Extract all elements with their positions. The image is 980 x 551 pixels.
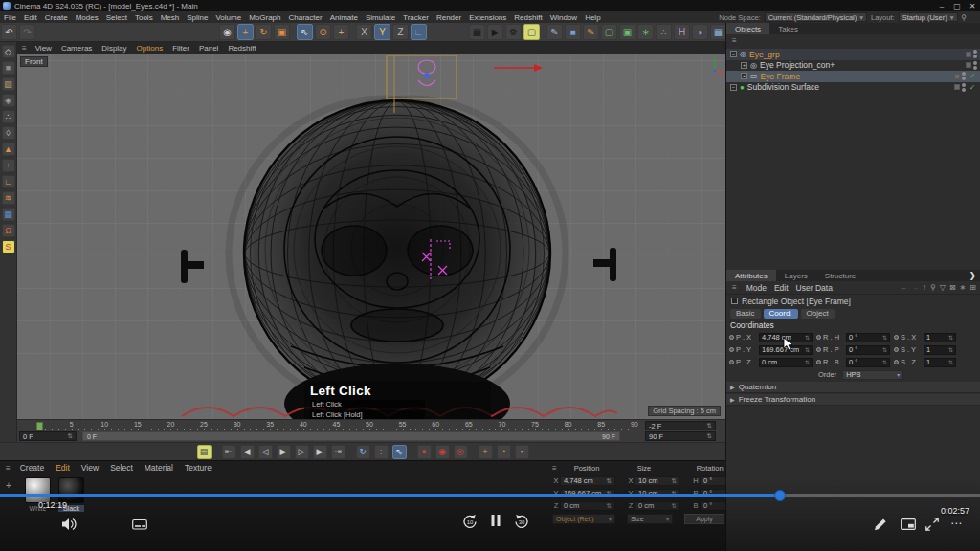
viewport-view-label[interactable]: Front xyxy=(20,56,48,67)
coordinate-mode-dropdown[interactable]: Object (Rel.)▾ xyxy=(552,514,615,524)
undo-icon[interactable]: ↶ xyxy=(1,24,17,40)
coord-manager-field[interactable]: 4.748 cm⇅ xyxy=(560,476,615,486)
previous-frame-icon[interactable]: ◁ xyxy=(258,445,273,459)
lock-y-axis-icon[interactable]: Y xyxy=(374,24,390,40)
subdivision-surface-icon[interactable]: ▢ xyxy=(601,24,617,40)
search-icon[interactable]: ⚲ xyxy=(930,283,936,292)
model-mode-icon[interactable]: ■ xyxy=(2,61,15,75)
lock-x-axis-icon[interactable]: X xyxy=(356,24,372,40)
settings-icon[interactable]: ∗ xyxy=(960,283,967,292)
attr-coord-field[interactable]: 0 °⇅ xyxy=(846,333,890,342)
rewind-10-icon[interactable]: 10 xyxy=(462,514,478,529)
menu-item-simulate[interactable]: Simulate xyxy=(362,13,399,22)
mat-menu-item-material[interactable]: Material xyxy=(139,463,179,473)
render-settings-icon[interactable]: ⚙ xyxy=(505,24,522,40)
panel-tab-takes[interactable]: Takes xyxy=(769,23,807,34)
record-rotation-icon[interactable]: ◎ xyxy=(454,445,468,459)
player-more-menu-icon[interactable]: ⋯ xyxy=(950,517,962,530)
vp-menu-item-options[interactable]: Options xyxy=(132,44,168,53)
keyframe-position-icon[interactable]: + xyxy=(479,445,493,459)
nav-forward-icon[interactable]: → xyxy=(911,283,919,292)
snapping-icon[interactable]: Ω xyxy=(2,224,15,237)
timeline-playhead[interactable] xyxy=(36,422,43,430)
vp-menu-item-panel[interactable]: Panel xyxy=(194,44,223,53)
subtab-basic[interactable]: Basic xyxy=(730,309,761,319)
next-frame-icon[interactable]: ▷ xyxy=(295,445,309,459)
attr-coord-field[interactable]: 0 °⇅ xyxy=(846,358,890,367)
live-selection-icon[interactable]: ◉ xyxy=(219,24,235,40)
record-keyframe-icon[interactable]: ● xyxy=(417,445,432,459)
subtab-object[interactable]: Object xyxy=(801,309,835,319)
object-row-eye-projection-con[interactable]: +◎Eye Projection_con+ xyxy=(726,60,980,72)
keyframe-box-icon[interactable]: ▪ xyxy=(515,445,529,459)
menu-item-volume[interactable]: Volume xyxy=(212,13,245,22)
attr-coord-field[interactable]: 0 cm⇅ xyxy=(759,358,813,367)
attr-tab-attributes[interactable]: Attributes xyxy=(726,270,776,281)
vp-menu-item-redshift[interactable]: Redshift xyxy=(223,44,260,53)
size-mode-dropdown[interactable]: Size▾ xyxy=(627,514,673,524)
texture-mode-icon[interactable]: ▨ xyxy=(2,77,15,91)
node-space-dropdown[interactable]: Current (Standard/Physical)▾ xyxy=(765,12,867,22)
play-icon[interactable]: ▶ xyxy=(277,445,291,459)
menu-item-spline[interactable]: Spline xyxy=(183,13,212,22)
goto-end-icon[interactable]: ⇥ xyxy=(331,445,345,459)
menu-item-file[interactable]: File xyxy=(0,13,20,22)
previous-key-icon[interactable]: ◀ xyxy=(240,445,255,459)
object-axis-mode-icon[interactable]: + xyxy=(2,159,15,172)
next-key-icon[interactable]: ▶ xyxy=(313,445,327,459)
mesh-grid-icon[interactable]: ▦ xyxy=(2,208,15,221)
attr-coord-field[interactable]: 1⇅ xyxy=(924,358,956,367)
attr-coord-field[interactable]: 1⇅ xyxy=(924,345,956,355)
viewport-front[interactable]: Front xyxy=(17,54,725,419)
vp-menu-item-view[interactable]: View xyxy=(31,44,56,53)
forward-30-icon[interactable]: 30 xyxy=(514,514,529,529)
material-menu-icon[interactable]: ≡ xyxy=(4,464,12,473)
render-view-icon[interactable]: ▦ xyxy=(469,24,485,40)
object-row-eye-frame[interactable]: +▭Eye Frame✓ xyxy=(726,71,980,82)
volume-builder-icon[interactable]: ▦ xyxy=(710,24,726,40)
frame-offset-field[interactable]: -2 F⇅ xyxy=(645,421,716,430)
workplane-mode-icon[interactable]: ∟ xyxy=(2,175,15,188)
captions-icon[interactable] xyxy=(132,517,147,532)
volume-icon[interactable] xyxy=(61,517,77,532)
rotate-tool-icon[interactable]: ↻ xyxy=(256,24,272,40)
close-button[interactable]: ✕ xyxy=(965,2,980,11)
polygons-mode-icon[interactable]: ▲ xyxy=(2,143,15,156)
menu-item-create[interactable]: Create xyxy=(41,13,72,22)
menu-item-render[interactable]: Render xyxy=(433,13,465,22)
points-mode-icon[interactable]: ∴ xyxy=(2,110,15,123)
vp-menu-item-filter[interactable]: Filter xyxy=(167,44,194,53)
menu-item-edit[interactable]: Edit xyxy=(20,13,41,22)
record-position-icon[interactable]: ◉ xyxy=(435,445,450,459)
attr-tab-structure[interactable]: Structure xyxy=(816,270,864,281)
cloner-icon[interactable]: ∴ xyxy=(656,24,672,40)
menu-item-tools[interactable]: Tools xyxy=(131,13,157,22)
menu-item-modes[interactable]: Modes xyxy=(72,13,102,22)
attr-coord-field[interactable]: 1⇅ xyxy=(924,333,956,342)
section-freeze-transformation[interactable]: ▶Freeze Transformation xyxy=(726,394,980,406)
active-tool-icon[interactable]: ⇖ xyxy=(297,24,313,40)
attribute-menu-icon[interactable]: ≡ xyxy=(730,283,739,292)
axis-crosshair-icon[interactable]: + xyxy=(333,24,349,40)
menu-item-mesh[interactable]: Mesh xyxy=(157,13,184,22)
keyframe-clock-icon[interactable]: ◔ xyxy=(497,445,511,459)
deformer-icon[interactable]: H xyxy=(674,24,690,40)
maximize-button[interactable]: ▢ xyxy=(949,2,965,11)
mat-menu-item-edit[interactable]: Edit xyxy=(50,463,76,473)
record-palette-icon[interactable]: ▤ xyxy=(197,445,212,459)
brush-icon[interactable]: ✎ xyxy=(583,24,599,40)
coordinates-menu-icon[interactable]: ≡ xyxy=(550,464,559,473)
field-icon[interactable]: ◗ xyxy=(692,24,708,40)
menu-item-window[interactable]: Window xyxy=(546,13,581,22)
player-progress-handle[interactable] xyxy=(774,490,786,501)
menu-item-help[interactable]: Help xyxy=(581,13,604,22)
section-quaternion[interactable]: ▶Quaternion xyxy=(726,382,980,393)
lock-icon[interactable]: ⊠ xyxy=(949,283,956,292)
attr-menu-item-edit[interactable]: Edit xyxy=(774,283,789,293)
menu-item-animate[interactable]: Animate xyxy=(326,13,362,22)
preview-range-track[interactable]: 0 F 90 F xyxy=(82,431,620,441)
vp-menu-item-display[interactable]: Display xyxy=(97,44,131,53)
mat-menu-item-select[interactable]: Select xyxy=(104,463,139,473)
panel-expand-chevron[interactable]: ❯ xyxy=(969,270,980,281)
edges-mode-icon[interactable]: ◊ xyxy=(2,126,15,140)
